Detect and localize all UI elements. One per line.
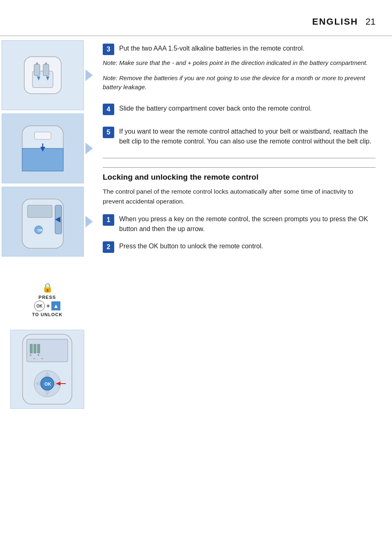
svg-rect-9	[22, 148, 63, 171]
svg-rect-21	[30, 344, 32, 353]
step3-block: 3 Put the two AAA 1.5-volt alkaline batt…	[103, 44, 376, 92]
lock-step1-text: When you press a key on the remote contr…	[119, 214, 376, 234]
illustration-belt-clip: OK	[2, 187, 93, 257]
belt-clip-image: OK	[2, 187, 84, 257]
svg-text:+: +	[30, 353, 32, 357]
step4-row: 4 Slide the battery compartment cover ba…	[103, 104, 376, 115]
step3-row: 3 Put the two AAA 1.5-volt alkaline batt…	[103, 44, 376, 55]
step5-block: 5 If you want to wear the remote control…	[103, 127, 376, 146]
note2-text: Note: Remove the batteries if you are no…	[103, 74, 376, 92]
step4-text: Slide the battery compartment cover back…	[119, 104, 312, 113]
note1-text: Note: Make sure that the - and + poles p…	[103, 58, 376, 68]
language-label: ENGLISH	[312, 16, 358, 27]
lock-section: Locking and unlocking the remote control…	[103, 158, 376, 253]
belt-clip-svg: OK	[12, 191, 74, 252]
svg-text:+: +	[37, 353, 39, 357]
page-header: ENGLISH 21	[0, 12, 392, 36]
lock-illustration-box: 🔒 PRESS OK + ▲ TO UNLOCK	[10, 273, 84, 326]
step5-arrow	[85, 216, 93, 227]
lock-section-intro: The control panel of the remote control …	[103, 187, 376, 207]
page: ENGLISH 21	[0, 0, 392, 553]
svg-rect-23	[37, 344, 40, 353]
to-unlock-label: TO UNLOCK	[32, 312, 62, 317]
lock-press-label: PRESS	[39, 295, 56, 300]
svg-rect-3	[36, 62, 38, 65]
svg-rect-20	[27, 339, 68, 362]
illustration-cover-slide	[2, 113, 93, 183]
step4-block: 4 Slide the battery compartment cover ba…	[103, 104, 376, 115]
lock-step1-row: 1 When you press a key on the remote con…	[103, 214, 376, 234]
lock-combo-illustration: OK + ▲	[34, 301, 60, 311]
battery-insert-svg	[12, 49, 74, 102]
lock-step2-number: 2	[103, 241, 114, 253]
step4-number: 4	[103, 104, 114, 115]
plus-icon: +	[46, 303, 50, 309]
svg-rect-22	[34, 344, 36, 353]
ok-button-icon: OK	[34, 301, 45, 311]
svg-rect-2	[34, 64, 40, 76]
left-illustrations: OK 🔒 PRESS OK + ▲ TO UNLOCK	[0, 36, 95, 412]
svg-rect-5	[43, 64, 49, 76]
svg-rect-6	[45, 62, 47, 65]
up-arrow-icon: ▲	[51, 301, 60, 310]
lock-step1-number: 1	[103, 214, 114, 226]
lock-section-title: Locking and unlocking the remote control	[103, 167, 376, 182]
step5-number: 5	[103, 127, 114, 138]
svg-rect-12	[35, 132, 51, 139]
step3-text: Put the two AAA 1.5-volt alkaline batter…	[119, 44, 304, 53]
remote-ok-svg: + + – – OK	[14, 330, 80, 408]
svg-text:OK: OK	[44, 382, 51, 386]
lock-step2-text: Press the OK button to unlock the remote…	[119, 241, 263, 251]
step3-number: 3	[103, 44, 114, 55]
spacer2	[103, 158, 376, 163]
svg-text:–: –	[33, 356, 35, 361]
main-content: OK 🔒 PRESS OK + ▲ TO UNLOCK	[0, 36, 392, 412]
cover-slide-svg	[12, 120, 74, 177]
remote-ok-highlighted: + + – – OK	[10, 330, 84, 409]
step5-text: If you want to wear the remote control a…	[119, 127, 376, 146]
illustration-batteries-insert	[2, 40, 93, 110]
step3-arrow	[85, 69, 93, 81]
battery-insert-image	[2, 40, 84, 110]
lock-icon: 🔒	[42, 282, 53, 293]
right-text-col: 3 Put the two AAA 1.5-volt alkaline batt…	[95, 36, 392, 264]
svg-rect-16	[28, 205, 52, 217]
page-number: 21	[366, 16, 376, 27]
svg-text:OK: OK	[37, 228, 43, 232]
cover-slide-image	[2, 113, 84, 183]
svg-text:–: –	[41, 356, 43, 361]
step4-arrow	[85, 143, 93, 154]
lock-step2-row: 2 Press the OK button to unlock the remo…	[103, 241, 376, 253]
step5-row: 5 If you want to wear the remote control…	[103, 127, 376, 146]
